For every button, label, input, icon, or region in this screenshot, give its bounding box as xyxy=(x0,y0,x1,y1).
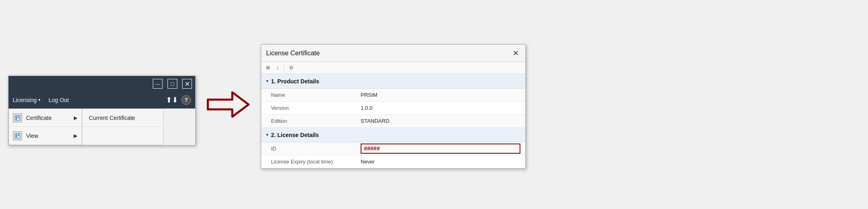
title-bar: — □ ✕ xyxy=(9,76,195,91)
name-value: PRSIM xyxy=(361,92,520,98)
dialog-window: License Certificate ✕ ⊞ ↕ ⊟ ▾ 1. Product… xyxy=(261,44,526,169)
certificate-menu-item[interactable]: Certificate ▶ xyxy=(9,109,82,127)
id-label: ID xyxy=(271,146,361,152)
view-icon xyxy=(13,131,22,140)
current-certificate-item[interactable]: Current Certificate xyxy=(82,109,163,127)
dialog-content: ▾ 1. Product Details Name PRSIM Version … xyxy=(261,74,525,168)
edition-label: Edition xyxy=(271,118,361,124)
svg-rect-2 xyxy=(18,116,19,118)
svg-rect-3 xyxy=(15,133,20,138)
certificate-arrow: ▶ xyxy=(74,115,77,121)
version-label: Version xyxy=(271,105,361,111)
collapse-icon-1: ▾ xyxy=(266,78,269,84)
expiry-label: License Expiry (local time) xyxy=(271,159,361,165)
menu-bar: Licensing ▾ Log Out ⬆⬇ ? xyxy=(9,91,195,109)
logout-label: Log Out xyxy=(48,97,69,103)
nav-icon[interactable]: ⬆⬇ xyxy=(166,96,178,104)
edition-row: Edition STANDARD xyxy=(261,115,525,128)
version-row: Version 1.0.0 xyxy=(261,102,525,115)
view-menu-item[interactable]: View ▶ xyxy=(9,127,82,145)
dialog-title: License Certificate xyxy=(266,50,320,57)
toolbar-filter-icon[interactable]: ↕ xyxy=(273,64,282,72)
id-row: ID ##### xyxy=(261,142,525,155)
licensing-label: Licensing xyxy=(13,97,37,103)
license-details-section[interactable]: ▾ 2. License Details xyxy=(261,128,525,142)
menu-actions: ⬆⬇ ? xyxy=(166,95,191,105)
submenu: Current Certificate xyxy=(82,109,163,145)
licensing-menu[interactable]: Licensing ▾ xyxy=(13,97,40,103)
certificate-label: Certificate xyxy=(26,115,70,121)
dialog-title-bar: License Certificate ✕ xyxy=(261,45,525,62)
close-button[interactable]: ✕ xyxy=(182,79,192,89)
name-row: Name PRSIM xyxy=(261,89,525,102)
svg-rect-4 xyxy=(16,134,17,137)
svg-rect-1 xyxy=(16,116,17,120)
help-button[interactable]: ? xyxy=(181,95,191,105)
name-label: Name xyxy=(271,92,361,98)
toolbar-expand-icon[interactable]: ⊟ xyxy=(287,64,295,72)
app-window: — □ ✕ Licensing ▾ Log Out ⬆⬇ ? xyxy=(8,76,196,146)
main-dropdown: Certificate ▶ View ▶ xyxy=(9,109,82,145)
view-arrow: ▶ xyxy=(74,133,77,139)
expiry-row: License Expiry (local time) Never xyxy=(261,155,525,168)
product-details-section[interactable]: ▾ 1. Product Details xyxy=(261,74,525,89)
view-label: View xyxy=(26,133,70,139)
id-value: ##### xyxy=(361,144,520,154)
svg-rect-0 xyxy=(15,115,20,120)
svg-rect-5 xyxy=(18,134,19,136)
svg-marker-6 xyxy=(208,92,249,117)
certificate-icon xyxy=(13,113,22,122)
arrow-indicator xyxy=(196,88,261,121)
section2-title: 2. License Details xyxy=(271,132,319,138)
licensing-arrow: ▾ xyxy=(38,98,40,102)
minimize-button[interactable]: — xyxy=(153,79,163,89)
dialog-close-button[interactable]: ✕ xyxy=(511,48,520,58)
toolbar-sort-icon[interactable]: ⊞ xyxy=(264,64,272,72)
logout-menu[interactable]: Log Out xyxy=(48,97,69,103)
toolbar-separator xyxy=(284,65,284,71)
collapse-icon-2: ▾ xyxy=(266,132,269,137)
version-value: 1.0.0 xyxy=(361,105,520,111)
expiry-value: Never xyxy=(361,159,520,165)
section1-title: 1. Product Details xyxy=(271,78,319,85)
maximize-button[interactable]: □ xyxy=(167,79,177,89)
dialog-toolbar: ⊞ ↕ ⊟ xyxy=(261,62,525,74)
edition-value: STANDARD xyxy=(361,118,520,124)
dropdown-area: Certificate ▶ View ▶ Current Certificate xyxy=(9,109,195,145)
